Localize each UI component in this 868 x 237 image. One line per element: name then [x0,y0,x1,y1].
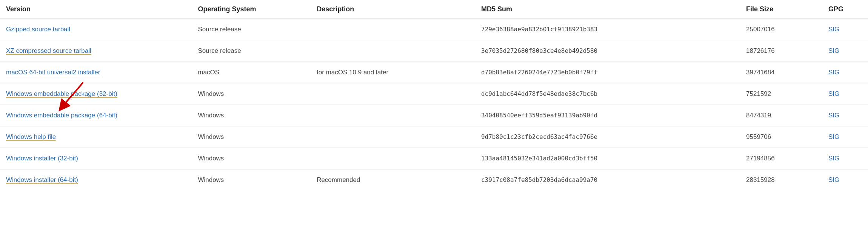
sig-link-xz-source[interactable]: SIG [828,47,839,54]
version-link-windows-help[interactable]: Windows help file [6,133,56,141]
os-cell: macOS [192,62,311,83]
filesize-cell: 7521592 [740,83,822,105]
version-link-gzipped-source[interactable]: Gzipped source tarball [6,26,70,33]
sig-link-windows-installer-32[interactable]: SIG [828,155,839,162]
header-gpg: GPG [822,0,868,19]
table-row: Windows help fileWindows9d7b80c1c23cfb2c… [0,126,868,148]
header-os: Operating System [192,0,311,19]
description-cell: for macOS 10.9 and later [311,62,475,83]
description-cell [311,148,475,169]
md5-cell: 9d7b80c1c23cfb2cecd63ac4fac9766e [475,126,740,148]
table-row: Windows installer (32-bit)Windows133aa48… [0,148,868,169]
md5-cell: 133aa48145032e341ad2a000cd3bff50 [475,148,740,169]
sig-link-windows-installer-64[interactable]: SIG [828,176,839,183]
description-cell [311,40,475,62]
filesize-cell: 28315928 [740,169,822,191]
os-cell: Windows [192,105,311,126]
md5-cell: c3917c08a7fe85db7203da6dcaa99a70 [475,169,740,191]
sig-link-windows-help[interactable]: SIG [828,133,839,140]
gpg-cell: SIG [822,105,868,126]
filesize-cell: 39741684 [740,62,822,83]
filesize-cell: 27194856 [740,148,822,169]
gpg-cell: SIG [822,148,868,169]
gpg-cell: SIG [822,83,868,105]
gpg-cell: SIG [822,19,868,40]
description-cell [311,83,475,105]
sig-link-windows-embeddable-64[interactable]: SIG [828,112,839,119]
md5-cell: dc9d1abc644dd78f5e48edae38c7bc6b [475,83,740,105]
gpg-cell: SIG [822,169,868,191]
version-link-xz-source[interactable]: XZ compressed source tarball [6,47,91,55]
description-cell [311,126,475,148]
filesize-cell: 25007016 [740,19,822,40]
header-version: Version [0,0,192,19]
header-description: Description [311,0,475,19]
description-cell [311,105,475,126]
header-filesize: File Size [740,0,822,19]
os-cell: Windows [192,83,311,105]
table-row: Windows installer (64-bit)WindowsRecomme… [0,169,868,191]
downloads-table-container: Version Operating System Description MD5… [0,0,868,191]
downloads-table: Version Operating System Description MD5… [0,0,868,191]
os-cell: Windows [192,126,311,148]
md5-cell: 729e36388ae9a832b01cf9138921b383 [475,19,740,40]
table-header-row: Version Operating System Description MD5… [0,0,868,19]
gpg-cell: SIG [822,40,868,62]
version-link-macos-installer[interactable]: macOS 64-bit universal2 installer [6,69,100,76]
md5-cell: 340408540eeff359d5eaf93139ab90fd [475,105,740,126]
description-cell: Recommended [311,169,475,191]
sig-link-macos-installer[interactable]: SIG [828,69,839,76]
md5-cell: d70b83e8af2260244e7723eb0b0f79ff [475,62,740,83]
version-link-windows-embeddable-32[interactable]: Windows embeddable package (32-bit) [6,90,117,98]
gpg-cell: SIG [822,126,868,148]
os-cell: Windows [192,148,311,169]
sig-link-gzipped-source[interactable]: SIG [828,26,839,33]
version-link-windows-installer-64[interactable]: Windows installer (64-bit) [6,176,78,184]
filesize-cell: 8474319 [740,105,822,126]
md5-cell: 3e7035d272680f80e3ce4e8eb492d580 [475,40,740,62]
os-cell: Windows [192,169,311,191]
filesize-cell: 18726176 [740,40,822,62]
filesize-cell: 9559706 [740,126,822,148]
sig-link-windows-embeddable-32[interactable]: SIG [828,90,839,97]
table-row: XZ compressed source tarballSource relea… [0,40,868,62]
header-md5: MD5 Sum [475,0,740,19]
description-cell [311,19,475,40]
version-link-windows-embeddable-64[interactable]: Windows embeddable package (64-bit) [6,112,117,119]
table-row: Windows embeddable package (32-bit)Windo… [0,83,868,105]
version-link-windows-installer-32[interactable]: Windows installer (32-bit) [6,155,78,162]
table-row: Windows embeddable package (64-bit)Windo… [0,105,868,126]
table-row: macOS 64-bit universal2 installermacOSfo… [0,62,868,83]
os-cell: Source release [192,19,311,40]
table-row: Gzipped source tarballSource release729e… [0,19,868,40]
gpg-cell: SIG [822,62,868,83]
os-cell: Source release [192,40,311,62]
